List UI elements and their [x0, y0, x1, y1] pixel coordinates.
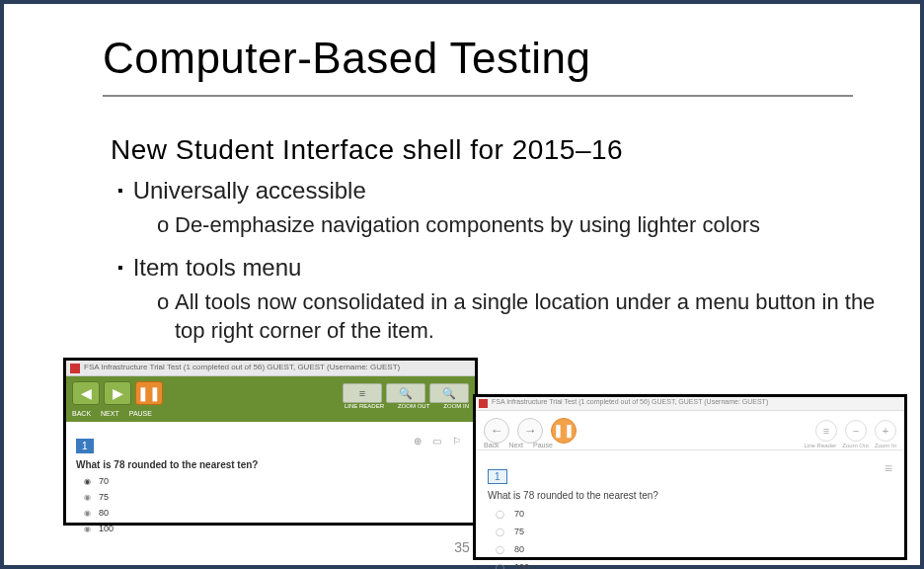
new-toolbar: ← → ❚❚ Back Next Pause ≡ − + Line Reader…	[476, 411, 904, 450]
old-toolbar: ◀ ▶ ❚❚ ≡ 🔍 🔍 LINE READER ZOOM OUT ZOOM I…	[66, 376, 475, 410]
page-number: 35	[4, 539, 920, 555]
bullet-2: Item tools menu	[117, 254, 897, 282]
option-a[interactable]: 70	[84, 476, 465, 486]
option-b[interactable]: 75	[496, 527, 892, 536]
close-icon	[479, 399, 488, 408]
question-text: What is 78 rounded to the nearest ten?	[76, 459, 465, 470]
pause-label: Pause	[533, 442, 553, 448]
question-number: 1	[488, 469, 507, 484]
old-header-text: FSA Infrastructure Trial Test (1 complet…	[84, 363, 400, 371]
zoom-in-label: Zoom In	[875, 443, 896, 448]
zoom-out-label: Zoom Out	[842, 443, 869, 448]
bullet-1-sub: oDe-emphasize navigation components by u…	[157, 210, 897, 240]
zoom-out-label: ZOOM OUT	[398, 403, 429, 409]
pause-label: PAUSE	[129, 410, 152, 417]
pause-button[interactable]: ❚❚	[135, 381, 163, 405]
back-button[interactable]: ←	[484, 418, 509, 444]
back-label: BACK	[72, 410, 91, 417]
zoom-in-button[interactable]: 🔍	[429, 383, 469, 403]
bullet-list: Universally accessible oDe-emphasize nav…	[117, 177, 897, 360]
screenshot-new-ui: FSA Infrastructure Trial Test (1 complet…	[473, 394, 907, 560]
bullet-marker: o	[157, 287, 175, 317]
option-c[interactable]: 80	[84, 508, 465, 518]
slide-subtitle: New Student Interface shell for 2015–16	[111, 134, 623, 166]
zoom-in-label: ZOOM IN	[443, 403, 469, 409]
next-label: NEXT	[101, 410, 119, 417]
slide-title: Computer-Based Testing	[103, 34, 590, 83]
pause-button[interactable]: ❚❚	[551, 418, 577, 444]
new-header-text: FSA Infrastructure Trial Test (1 complet…	[492, 398, 768, 405]
bullet-2-sub: oAll tools now consolidated in a single …	[157, 287, 897, 346]
slide: Computer-Based Testing New Student Inter…	[0, 0, 924, 569]
next-button[interactable]: →	[517, 418, 543, 444]
next-button[interactable]: ▶	[104, 381, 131, 405]
item-menu-icon[interactable]: ≡	[885, 460, 892, 476]
line-reader-button[interactable]: ≡	[815, 420, 837, 442]
line-reader-label: Line Reader	[805, 443, 837, 448]
back-label: Back	[484, 442, 500, 448]
next-label: Next	[509, 442, 523, 448]
option-a[interactable]: 70	[496, 509, 892, 519]
option-b[interactable]: 75	[84, 492, 465, 502]
title-divider	[103, 95, 853, 97]
zoom-out-button[interactable]: −	[845, 420, 867, 442]
option-d[interactable]: 100	[84, 524, 465, 533]
zoom-in-button[interactable]: +	[875, 420, 896, 442]
question-text: What is 78 rounded to the nearest ten?	[488, 490, 892, 501]
screenshot-old-ui: FSA Infrastructure Trial Test (1 complet…	[63, 358, 478, 526]
question-number: 1	[76, 439, 94, 453]
bullet-marker: o	[157, 210, 175, 240]
new-window-header: FSA Infrastructure Trial Test (1 complet…	[476, 397, 904, 411]
close-icon	[70, 364, 80, 373]
zoom-out-button[interactable]: 🔍	[386, 383, 425, 403]
item-tool-icons: ⊕ ▭ ⚐	[414, 436, 465, 447]
bullet-1: Universally accessible	[117, 177, 897, 204]
old-window-header: FSA Infrastructure Trial Test (1 complet…	[66, 361, 475, 376]
line-reader-button[interactable]: ≡	[343, 383, 382, 403]
back-button[interactable]: ◀	[72, 381, 100, 405]
line-reader-label: LINE READER	[345, 403, 384, 409]
option-d[interactable]: 100	[496, 562, 892, 569]
old-question-area: 1 ⊕ ▭ ⚐ What is 78 rounded to the neares…	[66, 422, 475, 533]
